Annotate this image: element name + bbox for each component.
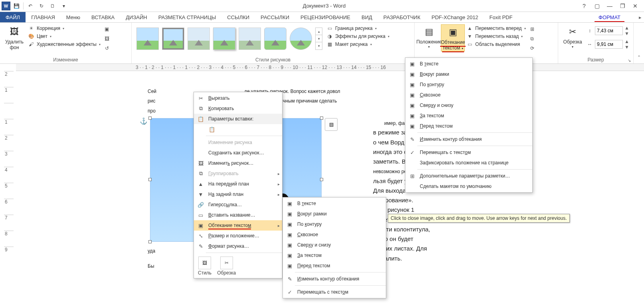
tab-format-context[interactable]: ФОРМАТ (583, 12, 636, 22)
resize-handle[interactable] (148, 178, 152, 181)
picture-layout-button[interactable]: ▦Макет рисунка▾ (326, 41, 389, 47)
tab-mailings[interactable]: РАССЫЛКИ (255, 12, 295, 22)
resize-handle[interactable] (148, 116, 152, 120)
ctx-send-back[interactable]: ▼На задний план▸ (194, 189, 282, 199)
style-thumb[interactable] (162, 28, 184, 50)
wrap-topbottom[interactable]: ▣Сверху и снизу (283, 240, 386, 250)
crop-button[interactable]: ✂ Обрезка ▾ (561, 24, 585, 49)
horizontal-ruler[interactable]: 3 · · 1 · 2 · · 1 · · · 1 · · · 1 · · · … (16, 64, 644, 71)
wrap-dd-fix-position[interactable]: Зафиксировать положение на странице (405, 158, 532, 168)
ctx-copy[interactable]: ⧉Копировать (194, 103, 282, 114)
corrections-button[interactable]: ☀Коррекция▾ (28, 25, 101, 32)
bring-forward-button[interactable]: ▲Переместить вперед▾ (466, 25, 525, 32)
height-input[interactable] (595, 26, 623, 35)
qat-undo[interactable]: ↶ (25, 1, 36, 11)
rotate-button[interactable]: ⟳ (528, 44, 536, 52)
selection-pane-button[interactable]: ▭Область выделения (466, 41, 525, 47)
help-button[interactable]: ? (579, 3, 589, 9)
tab-pdfxchange[interactable]: PDF-XChange 2012 (426, 12, 484, 22)
wrap-edit-points[interactable]: ✎Изменить контур обтекания (283, 274, 386, 284)
qat-save[interactable]: 💾 (11, 1, 22, 11)
wrap-inline[interactable]: ▣В тексте (283, 198, 386, 209)
resize-handle[interactable] (148, 240, 152, 243)
style-thumb[interactable] (264, 28, 286, 50)
artistic-effects-button[interactable]: 🖌Художественные эффекты▾ (28, 41, 101, 47)
ctx-cut[interactable]: ✂Вырезать (194, 93, 282, 103)
ctx-format-picture[interactable]: ✎Формат рисунка… (194, 241, 282, 251)
tab-overflow[interactable]: ▸ (636, 12, 644, 22)
change-picture-button[interactable]: 🖼 (103, 35, 111, 43)
tab-file[interactable]: ФАЙЛ (0, 12, 26, 22)
wrap-dd-through[interactable]: ▣Сквозное (405, 90, 532, 100)
tab-review[interactable]: РЕЦЕНЗИРОВАНИЕ (295, 12, 356, 22)
ctx-wrap-text[interactable]: ▣Обтекание текстом▸ (194, 220, 282, 231)
spin-down[interactable]: ▼ (624, 44, 629, 50)
ctx-bring-front[interactable]: ▲На передний план▸ (194, 179, 282, 189)
position-button[interactable]: ▤ Положение ▾ (417, 24, 441, 49)
style-thumb[interactable] (188, 28, 210, 50)
align-button[interactable]: ⊞ (528, 25, 536, 33)
wrap-dd-more-options[interactable]: ⊞Дополнительные параметры разметки… (405, 171, 532, 181)
wrap-front[interactable]: ▣Перед текстом (283, 261, 386, 271)
style-thumb[interactable] (213, 28, 235, 50)
ribbon-options-button[interactable]: ▢ (592, 3, 602, 9)
width-input[interactable] (595, 40, 623, 49)
dialog-launcher-icon[interactable]: ↘ (628, 58, 631, 63)
layout-options-button[interactable]: ▤ (325, 118, 338, 131)
ctx-edit-picture[interactable]: 🖼Изменить рисунок… (194, 158, 282, 168)
wrap-through[interactable]: ▣Сквозное (283, 229, 386, 240)
wrap-dd-topbottom[interactable]: ▣Сверху и снизу (405, 100, 532, 111)
remove-background-button[interactable]: 🖼 Удалить фон (2, 24, 26, 51)
tab-developer[interactable]: РАЗРАБОТЧИК (378, 12, 426, 22)
ctx-save-as-picture[interactable]: Сохранить как рисунок… (194, 148, 282, 158)
gallery-up[interactable]: ▴ (316, 28, 322, 35)
style-thumb[interactable] (290, 28, 312, 50)
gallery-down[interactable]: ▾ (316, 35, 322, 42)
wrap-behind[interactable]: ▣За текстом (283, 250, 386, 261)
wrap-text-button[interactable]: ▣ Обтекание текстом ▾ (441, 24, 465, 51)
wrap-dd-edit-points[interactable]: ✎Изменить контур обтекания (405, 134, 532, 144)
tab-layout[interactable]: РАЗМЕТКА СТРАНИЦЫ (153, 12, 222, 22)
tab-home[interactable]: ГЛАВНАЯ (26, 12, 61, 22)
tab-view[interactable]: ВИД (356, 12, 378, 22)
wrap-dd-infront[interactable]: ▣Перед текстом (405, 121, 532, 131)
color-button[interactable]: 🎨Цвет▾ (28, 33, 101, 39)
wrap-move-with-text[interactable]: ✓Перемещать с текстом (283, 287, 386, 297)
wrap-tight[interactable]: ▣По контуру (283, 219, 386, 229)
wrap-square[interactable]: ▣Вокруг рамки (283, 209, 386, 219)
ctx-paste-option-1[interactable]: 📋 (194, 124, 282, 134)
ctx-hyperlink[interactable]: 🔗Гиперссылка… (194, 199, 282, 210)
tab-insert[interactable]: ВСТАВКА (86, 12, 120, 22)
qat-new[interactable]: 🗋 (47, 1, 58, 11)
collapse-ribbon-button[interactable]: ˄ (634, 23, 644, 63)
minimize-button[interactable]: — (605, 3, 614, 9)
tab-menu[interactable]: Меню (61, 12, 86, 22)
reset-picture-button[interactable]: ↺ (103, 44, 111, 52)
ctx-insert-caption[interactable]: ▭Вставить название… (194, 210, 282, 220)
spin-up[interactable]: ▲ (624, 25, 629, 31)
tab-references[interactable]: ССЫЛКИ (221, 12, 255, 22)
ctx-size-position[interactable]: ⤡Размер и положение… (194, 231, 282, 241)
wrap-dd-tight[interactable]: ▣По контуру (405, 79, 532, 90)
wrap-dd-square[interactable]: ▣Вокруг рамки (405, 69, 532, 79)
wrap-dd-behind[interactable]: ▣За текстом (405, 111, 532, 121)
tab-design[interactable]: ДИЗАЙН (120, 12, 152, 22)
wrap-dd-set-default[interactable]: Сделать макетом по умолчанию (405, 181, 532, 192)
maximize-button[interactable]: ❐ (618, 3, 627, 9)
spin-up[interactable]: ▲ (624, 39, 629, 44)
wrap-dd-move-with-text[interactable]: ✓Перемещать с текстом (405, 147, 532, 158)
style-thumb[interactable] (136, 28, 159, 50)
close-button[interactable]: ✕ (630, 3, 640, 9)
qat-redo[interactable]: ↻ (36, 1, 47, 11)
qat-more[interactable]: ▾ (59, 1, 69, 11)
resize-handle[interactable] (320, 178, 323, 181)
vertical-ruler[interactable]: 21123456789 (4, 71, 14, 308)
mini-crop[interactable]: ✂Обрезка (217, 257, 236, 276)
group-button[interactable]: ⧉ (528, 35, 536, 43)
picture-border-button[interactable]: ▭Граница рисунка▾ (326, 25, 389, 32)
spin-down[interactable]: ▼ (624, 31, 629, 36)
wrap-dd-inline[interactable]: ▣В тексте (405, 59, 532, 69)
style-thumb[interactable] (239, 28, 261, 50)
mini-style[interactable]: 🖼Стиль (198, 257, 211, 276)
picture-effects-button[interactable]: ◑Эффекты для рисунка▾ (326, 33, 389, 39)
